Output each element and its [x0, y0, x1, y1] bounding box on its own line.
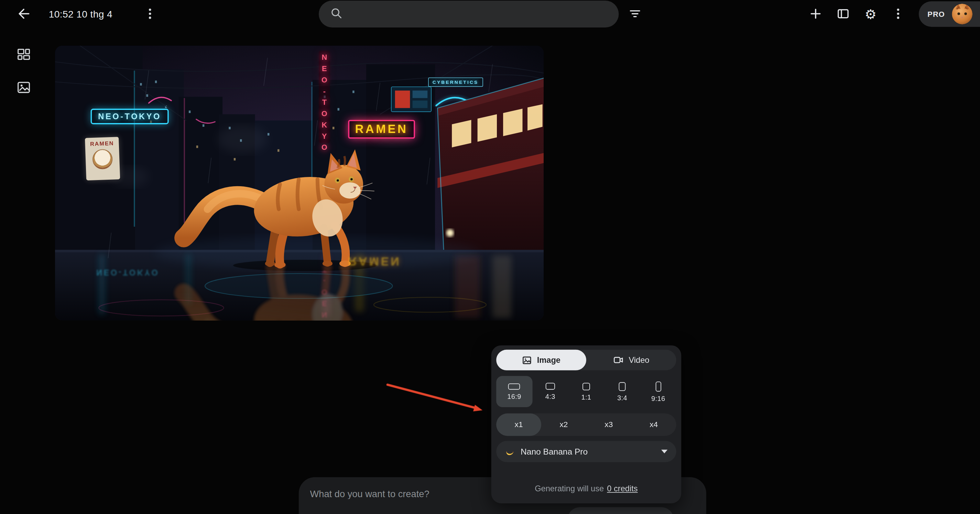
- arrow-left-icon: [16, 6, 31, 21]
- aspect-ratio-selector: 16:9 4:3 1:1 3:4 9:16: [496, 376, 676, 407]
- avatar[interactable]: [952, 4, 972, 24]
- reflection-ramen: RAMEN: [348, 254, 401, 268]
- create-new-button[interactable]: [804, 2, 827, 25]
- tram-art: [438, 78, 544, 265]
- prompt-action-button[interactable]: [567, 507, 674, 514]
- neon-sign-neo-tokyo-vertical: NEO-TOKYO: [319, 51, 330, 143]
- aspect-ratio-4-3[interactable]: 4:3: [532, 376, 568, 407]
- neon-sign-neo-tokyo: NEO-TOKYO: [91, 109, 169, 124]
- filter-icon: [628, 7, 642, 21]
- ratio-16-9-icon: [508, 383, 520, 389]
- model-selector[interactable]: Nano Banana Pro: [496, 441, 676, 462]
- ramen-poster-title: RAMEN: [90, 140, 114, 148]
- plus-icon: [808, 6, 823, 21]
- media-type-tabs: Image Video: [496, 350, 676, 370]
- reflection-neo-tokyo: NEO-TOKYO: [96, 268, 159, 277]
- photo-timestamp: 10:52 10 thg 4: [49, 0, 113, 29]
- aspect-ratio-1-1[interactable]: 1:1: [568, 376, 605, 407]
- filter-button[interactable]: [624, 2, 646, 25]
- banana-icon: [505, 447, 515, 457]
- ratio-9-16-icon: [655, 381, 661, 391]
- multiplier-selector: x1 x2 x3 x4: [496, 413, 676, 436]
- ratio-4-3-icon: [546, 383, 555, 390]
- gear-icon: ⚙: [865, 7, 877, 20]
- multiplier-x4[interactable]: x4: [631, 413, 676, 436]
- reflection-neo-tokyo-vertical: NEO-TOKYO: [320, 270, 329, 319]
- settings-button[interactable]: ⚙: [859, 2, 881, 25]
- ratio-3-4-icon: [619, 382, 626, 390]
- kebab-icon: [891, 7, 905, 21]
- tab-video[interactable]: Video: [586, 350, 676, 370]
- annotation-arrow: [375, 375, 500, 425]
- tab-video-label: Video: [628, 355, 649, 365]
- app-window: 10:52 10 thg 4 ⚙ PRO: [0, 0, 980, 514]
- topbar: 10:52 10 thg 4 ⚙ PRO: [0, 0, 980, 29]
- photo-options-button[interactable]: [139, 2, 161, 25]
- neon-sign-cybernetics: CYBERNETICS: [428, 77, 483, 87]
- pro-badge: PRO: [928, 10, 945, 18]
- videocam-icon: [613, 355, 624, 365]
- multiplier-x2[interactable]: x2: [541, 413, 586, 436]
- sidebar-item-photos[interactable]: [13, 76, 35, 98]
- tab-image-label: Image: [537, 355, 560, 365]
- aspect-ratio-3-4[interactable]: 3:4: [604, 376, 640, 407]
- credits-link[interactable]: 0 credits: [607, 484, 638, 493]
- ratio-1-1-icon: [582, 382, 590, 390]
- overflow-menu-button[interactable]: [887, 2, 909, 25]
- generated-image[interactable]: NEO-TOKYO RAMEN NEO-TOKYO RAMEN CYBERNET…: [55, 46, 544, 320]
- credits-prefix: Generating will use: [535, 484, 604, 493]
- account-area[interactable]: PRO: [919, 2, 980, 27]
- film-icon: [836, 7, 850, 21]
- multiplier-x1[interactable]: x1: [496, 413, 541, 436]
- credits-info: Generating will use0 credits: [492, 484, 681, 493]
- neon-sign-ramen: RAMEN: [348, 120, 415, 139]
- back-button[interactable]: [13, 2, 35, 25]
- ramen-bowl-art: [92, 149, 113, 170]
- search-bar[interactable]: [319, 1, 619, 27]
- caret-down-icon: [661, 450, 667, 454]
- ramen-poster: RAMEN: [85, 137, 120, 180]
- generation-settings-popup: Image Video 16:9 4:3 1:1 3:4: [492, 345, 681, 503]
- kebab-icon: [143, 7, 157, 21]
- search-input[interactable]: [351, 9, 608, 20]
- sidebar-item-collections[interactable]: [13, 43, 35, 65]
- quilt-grid-icon: [16, 47, 31, 62]
- tab-image[interactable]: Image: [496, 350, 586, 370]
- screen: 10:52 10 thg 4 ⚙ PRO: [0, 0, 980, 514]
- image-icon: [522, 355, 532, 365]
- aspect-ratio-16-9[interactable]: 16:9: [496, 376, 532, 407]
- image-frame-icon: [16, 80, 31, 95]
- search-icon: [330, 6, 342, 22]
- media-view-button[interactable]: [832, 2, 854, 25]
- aspect-ratio-9-16[interactable]: 9:16: [640, 376, 676, 407]
- multiplier-x3[interactable]: x3: [586, 413, 631, 436]
- avatar-cat-photo: [952, 4, 972, 24]
- model-name: Nano Banana Pro: [520, 447, 588, 456]
